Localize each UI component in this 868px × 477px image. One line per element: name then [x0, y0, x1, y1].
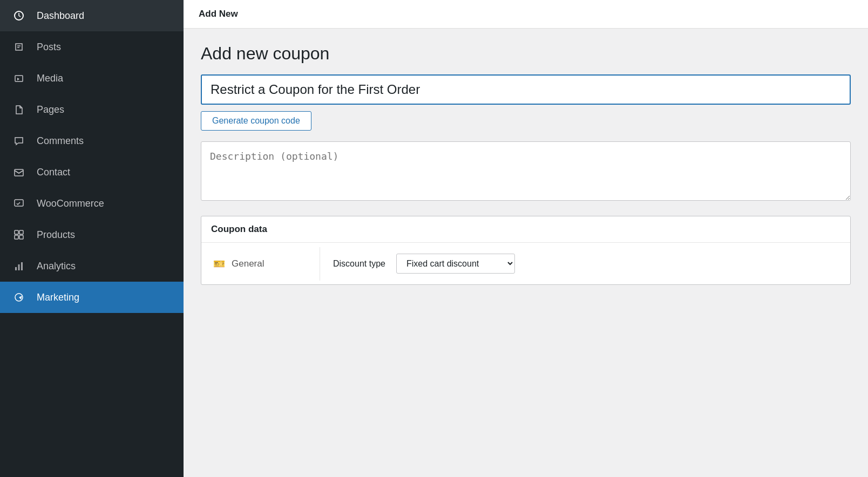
sidebar-item-analytics[interactable]: Analytics	[0, 250, 184, 282]
sidebar-label-woocommerce: WooCommerce	[37, 198, 104, 209]
general-tab[interactable]: 🎫 General	[201, 247, 320, 281]
sidebar: Dashboard Posts Media Pages Comments Con…	[0, 0, 184, 477]
sidebar-label-dashboard: Dashboard	[37, 10, 84, 22]
topbar-title: Add New	[199, 9, 238, 19]
general-tab-icon: 🎫	[213, 258, 225, 270]
svg-rect-10	[21, 262, 23, 270]
sidebar-item-comments[interactable]: Comments	[0, 125, 184, 156]
svg-rect-5	[19, 230, 23, 234]
svg-rect-2	[15, 169, 23, 176]
sidebar-label-contact: Contact	[37, 167, 70, 178]
coupon-name-input[interactable]	[201, 74, 851, 105]
woocommerce-icon	[11, 195, 27, 212]
sidebar-item-marketing[interactable]: Marketing	[0, 282, 184, 313]
discount-type-select[interactable]: Percentage discountFixed cart discountFi…	[396, 254, 515, 274]
sidebar-item-contact[interactable]: Contact	[0, 156, 184, 188]
coupon-data-title: Coupon data	[201, 216, 850, 243]
sidebar-item-media[interactable]: Media	[0, 63, 184, 94]
description-textarea[interactable]	[201, 141, 851, 201]
svg-rect-8	[15, 267, 17, 270]
main-content: Add New Add new coupon Generate coupon c…	[184, 0, 868, 477]
sidebar-item-pages[interactable]: Pages	[0, 94, 184, 125]
pages-icon	[11, 101, 27, 118]
sidebar-label-products: Products	[37, 229, 75, 241]
sidebar-item-woocommerce[interactable]: WooCommerce	[0, 188, 184, 219]
generate-coupon-code-button[interactable]: Generate coupon code	[201, 111, 311, 131]
content-area: Add new coupon Generate coupon code Coup…	[184, 29, 868, 477]
sidebar-label-analytics: Analytics	[37, 261, 76, 272]
svg-rect-9	[18, 264, 20, 270]
general-tab-label: General	[232, 258, 264, 269]
topbar: Add New	[184, 0, 868, 29]
coupon-data-box: Coupon data 🎫 General Discount type Perc…	[201, 216, 851, 285]
coupon-data-fields: Discount type Percentage discountFixed c…	[320, 243, 850, 284]
sidebar-label-posts: Posts	[37, 42, 61, 53]
media-icon	[11, 70, 27, 86]
products-icon	[11, 227, 27, 243]
discount-type-label: Discount type	[333, 259, 385, 269]
contact-icon	[11, 164, 27, 180]
comments-icon	[11, 133, 27, 149]
analytics-icon	[11, 258, 27, 274]
sidebar-item-products[interactable]: Products	[0, 219, 184, 250]
sidebar-label-media: Media	[37, 73, 63, 84]
svg-rect-4	[15, 230, 18, 234]
svg-rect-6	[15, 235, 18, 239]
dashboard-icon	[11, 8, 27, 24]
svg-rect-1	[15, 76, 23, 81]
svg-rect-7	[19, 235, 23, 239]
sidebar-label-comments: Comments	[37, 135, 84, 147]
sidebar-item-posts[interactable]: Posts	[0, 31, 184, 63]
coupon-data-row: 🎫 General Discount type Percentage disco…	[201, 243, 850, 284]
posts-icon	[11, 39, 27, 55]
page-title: Add new coupon	[201, 44, 851, 64]
sidebar-item-dashboard[interactable]: Dashboard	[0, 0, 184, 31]
sidebar-label-marketing: Marketing	[37, 292, 79, 303]
marketing-icon	[11, 289, 27, 305]
sidebar-label-pages: Pages	[37, 104, 64, 115]
